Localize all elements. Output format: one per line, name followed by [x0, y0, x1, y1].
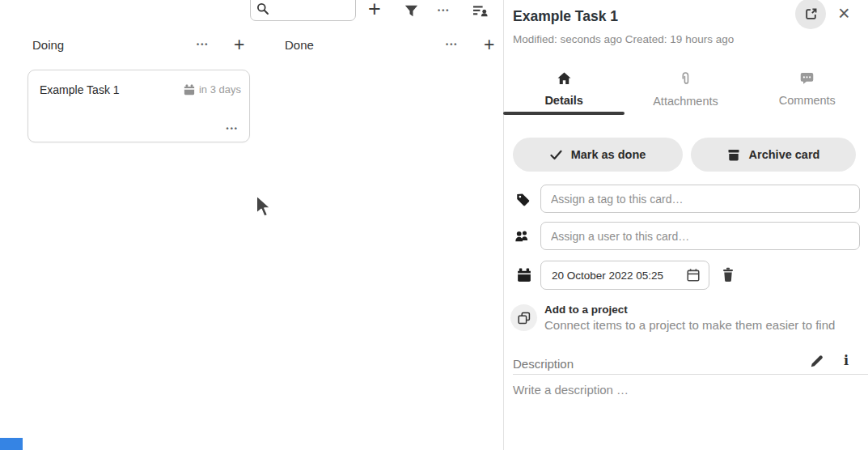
- tab-details[interactable]: Details: [503, 68, 625, 115]
- close-icon: ×: [838, 2, 850, 24]
- home-icon: [557, 72, 571, 85]
- comment-icon: [800, 72, 814, 85]
- active-tab-underline: [503, 112, 625, 115]
- description-placeholder[interactable]: Write a description …: [513, 383, 629, 397]
- mark-as-done-label: Mark as done: [571, 148, 646, 161]
- panel-tabs: Details Attachments Comments: [503, 68, 868, 115]
- panel-title: Example Task 1: [513, 8, 618, 25]
- column-title-doing: Doing: [32, 38, 64, 52]
- users-icon: [514, 229, 530, 243]
- mark-as-done-button[interactable]: Mark as done: [513, 138, 683, 172]
- kanban-app-window: + ••• Doing ••• + Done ••• + Example Tas…: [0, 0, 868, 450]
- archive-card-button[interactable]: Archive card: [691, 138, 856, 172]
- column-doing-menu-icon[interactable]: •••: [197, 40, 209, 49]
- assignee-list-icon[interactable]: [473, 3, 489, 19]
- check-icon: [550, 150, 562, 160]
- card-due-date: in 3 days: [184, 83, 241, 96]
- project-stack-icon: [518, 312, 531, 325]
- tab-details-label: Details: [544, 94, 583, 107]
- add-to-project-title[interactable]: Add to a project: [544, 304, 628, 316]
- add-to-project-subtitle: Connect items to a project to make them …: [544, 318, 835, 332]
- tab-comments[interactable]: Comments: [747, 68, 868, 115]
- kanban-card[interactable]: Example Task 1 in 3 days •••: [28, 70, 250, 142]
- column-title-done: Done: [285, 38, 314, 52]
- description-label: Description: [513, 357, 574, 371]
- column-done-menu-icon[interactable]: •••: [446, 40, 458, 49]
- open-in-window-button[interactable]: [795, 0, 826, 29]
- description-divider: [513, 374, 868, 375]
- due-date-field[interactable]: 20 October 2022 05:25: [540, 261, 709, 290]
- trash-icon: [721, 267, 735, 282]
- panel-modified-created: Modified: seconds ago Created: 19 hours …: [513, 33, 734, 45]
- card-menu-icon[interactable]: •••: [227, 125, 239, 133]
- archive-card-label: Archive card: [749, 148, 820, 161]
- remove-due-date-button[interactable]: [721, 267, 735, 282]
- column-done-add-icon[interactable]: +: [484, 34, 494, 56]
- card-due-label: in 3 days: [199, 83, 241, 96]
- tab-comments-label: Comments: [779, 94, 836, 107]
- tag-icon: [516, 193, 530, 206]
- tab-attachments[interactable]: Attachments: [625, 68, 746, 115]
- search-input-box[interactable]: [250, 0, 356, 21]
- external-link-icon: [804, 7, 818, 21]
- description-info-button[interactable]: i: [844, 353, 849, 368]
- info-icon: i: [844, 353, 849, 368]
- paperclip-icon: [680, 72, 692, 86]
- due-date-icon: [517, 268, 531, 282]
- edit-description-button[interactable]: [810, 354, 824, 368]
- card-title: Example Task 1: [40, 83, 120, 96]
- assign-user-input[interactable]: [540, 222, 860, 250]
- board-menu-icon[interactable]: •••: [438, 6, 450, 15]
- mouse-cursor: [254, 195, 273, 218]
- add-to-project-button[interactable]: [510, 304, 537, 331]
- pencil-icon: [810, 354, 824, 368]
- tab-attachments-label: Attachments: [653, 95, 718, 108]
- due-date-value: 20 October 2022 05:25: [552, 270, 663, 282]
- add-card-toolbar-button[interactable]: +: [368, 0, 381, 22]
- archive-box-icon: [727, 149, 740, 161]
- search-input[interactable]: [272, 1, 351, 19]
- filter-icon[interactable]: [404, 4, 418, 18]
- assign-tag-input[interactable]: [540, 185, 860, 213]
- calendar-icon: [184, 84, 195, 96]
- column-doing-add-icon[interactable]: +: [234, 34, 244, 56]
- search-icon: [256, 2, 269, 15]
- blue-corner-fragment: [0, 438, 23, 450]
- calendar-picker-icon[interactable]: [686, 268, 701, 282]
- close-panel-button[interactable]: ×: [838, 1, 850, 25]
